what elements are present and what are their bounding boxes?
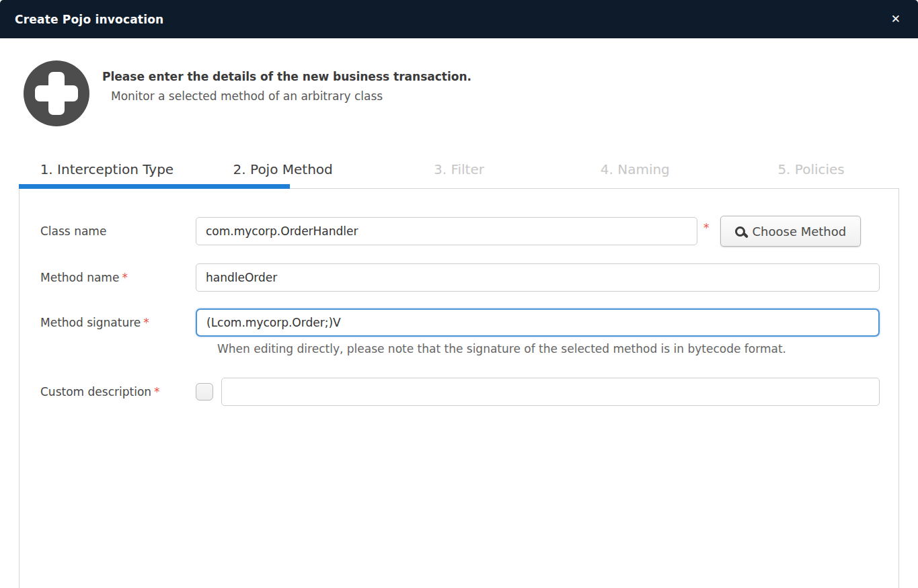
dialog-header: Create Pojo invocation ✕ — [0, 0, 918, 38]
class-name-input[interactable] — [196, 217, 697, 245]
method-signature-label: Method signature* — [40, 316, 196, 329]
wizard-progress-bar — [19, 184, 290, 189]
custom-description-checkbox[interactable] — [196, 383, 213, 401]
wizard-content-panel: Class name * Choose Method Method name* … — [19, 188, 899, 588]
method-signature-row: Method signature* — [40, 308, 880, 337]
custom-description-label: Custom description* — [40, 385, 196, 398]
add-transaction-icon — [24, 60, 89, 126]
method-name-input[interactable] — [196, 263, 880, 292]
method-name-required-marker: * — [122, 271, 128, 284]
class-name-label: Class name — [40, 224, 196, 238]
method-name-label: Method name* — [40, 271, 196, 284]
choose-method-button[interactable]: Choose Method — [720, 216, 862, 247]
method-signature-input[interactable] — [196, 308, 880, 337]
dialog-title: Create Pojo invocation — [15, 13, 163, 26]
custom-description-required-marker: * — [154, 385, 160, 398]
tab-policies: 5. Policies — [723, 161, 899, 188]
method-signature-required-marker: * — [143, 316, 149, 329]
close-icon[interactable]: ✕ — [888, 11, 903, 28]
search-icon — [735, 226, 745, 237]
tab-naming: 4. Naming — [547, 161, 723, 188]
signature-bytecode-note: When editing directly, please note that … — [217, 342, 880, 355]
method-name-row: Method name* — [40, 263, 880, 292]
class-name-row: Class name * Choose Method — [40, 216, 880, 247]
intro-section: Please enter the details of the new busi… — [0, 38, 918, 126]
intro-subheading: Monitor a selected method of an arbitrar… — [111, 89, 471, 103]
tab-filter: 3. Filter — [371, 161, 547, 188]
pojo-method-form: Class name * Choose Method Method name* … — [20, 189, 898, 406]
custom-description-row: Custom description* — [40, 378, 880, 406]
class-name-required-marker: * — [703, 216, 710, 235]
create-pojo-dialog: Create Pojo invocation ✕ Please enter th… — [0, 0, 918, 588]
custom-description-input[interactable] — [221, 378, 880, 406]
intro-heading: Please enter the details of the new busi… — [102, 70, 471, 83]
choose-method-button-label: Choose Method — [753, 224, 847, 239]
